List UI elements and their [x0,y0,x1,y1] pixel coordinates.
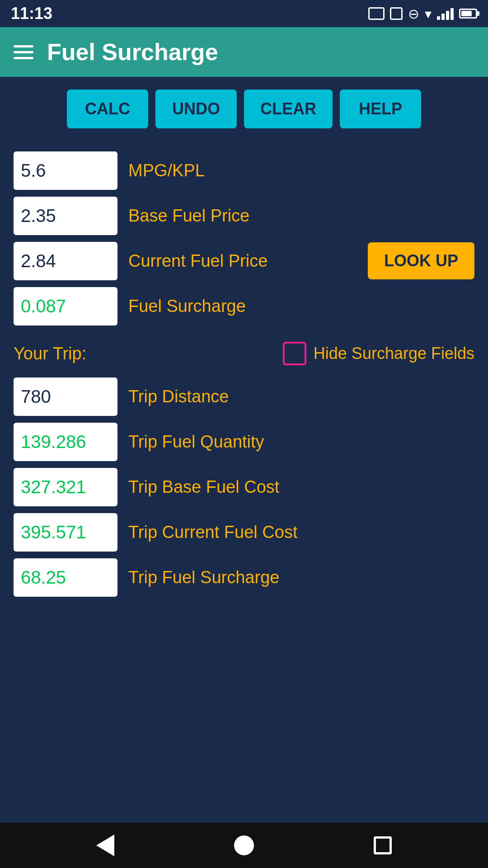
trip-distance-row: Trip Distance [14,376,474,417]
trip-fuel-surcharge-row: Trip Fuel Surcharge [14,557,474,598]
do-not-disturb-icon: ⊖ [408,6,419,22]
hide-surcharge-row: Hide Surcharge Fields [97,342,474,365]
app-title: Fuel Surcharge [47,38,218,66]
home-button[interactable] [234,835,254,855]
clear-button[interactable]: CLEAR [244,90,333,128]
trip-current-fuel-cost-row: Trip Current Fuel Cost [14,512,474,552]
trip-fuel-quantity-label: Trip Fuel Quantity [128,432,474,452]
back-button[interactable] [96,835,114,856]
notification-icon [368,7,385,20]
calc-button[interactable]: CALC [67,90,148,128]
status-bar: 11:13 ⊖ ▾ [0,0,488,27]
wifi-icon: ▾ [425,6,432,22]
current-fuel-price-input[interactable] [14,242,117,280]
base-fuel-price-label: Base Fuel Price [128,206,474,226]
fuel-surcharge-row: Fuel Surcharge [14,286,474,326]
hamburger-line-1 [14,45,33,47]
main-content: MPG/KPL Base Fuel Price Current Fuel Pri… [0,141,488,823]
recents-button[interactable] [374,836,392,854]
trip-base-fuel-cost-input[interactable] [14,468,117,506]
current-fuel-price-row: Current Fuel Price LOOK UP [14,241,474,281]
base-fuel-price-row: Base Fuel Price [14,195,474,236]
trip-fuel-quantity-row: Trip Fuel Quantity [14,421,474,462]
recents-icon [374,836,392,854]
menu-button[interactable] [14,45,33,59]
undo-button[interactable]: UNDO [155,90,237,128]
trip-distance-label: Trip Distance [128,387,474,406]
lookup-button[interactable]: LOOK UP [368,242,474,279]
hamburger-line-3 [14,57,33,59]
help-button[interactable]: HELP [340,90,421,128]
status-icons: ⊖ ▾ [368,6,477,22]
trip-fuel-surcharge-label: Trip Fuel Surcharge [128,568,474,587]
trip-base-fuel-cost-label: Trip Base Fuel Cost [128,477,474,497]
nav-bar [0,823,488,868]
trip-base-fuel-cost-row: Trip Base Fuel Cost [14,467,474,507]
base-fuel-price-input[interactable] [14,197,117,235]
hamburger-line-2 [14,51,33,53]
your-trip-section: Your Trip: Hide Surcharge Fields [14,335,474,372]
app-bar: Fuel Surcharge [0,27,488,77]
hide-surcharge-checkbox[interactable] [283,342,306,365]
toolbar: CALC UNDO CLEAR HELP [0,77,488,141]
trip-current-fuel-cost-input[interactable] [14,513,117,552]
current-fuel-price-label: Current Fuel Price [128,251,357,271]
fuel-surcharge-label: Fuel Surcharge [128,297,474,316]
trip-fuel-surcharge-input[interactable] [14,558,117,597]
your-trip-label: Your Trip: [14,344,86,363]
status-time: 11:13 [11,4,52,23]
mpg-kpl-row: MPG/KPL [14,150,474,191]
status-icon-2 [390,7,403,20]
hide-surcharge-label: Hide Surcharge Fields [314,344,474,363]
back-icon [96,835,114,856]
trip-current-fuel-cost-label: Trip Current Fuel Cost [128,523,474,542]
mpg-kpl-label: MPG/KPL [128,161,474,180]
battery-icon [459,9,477,19]
fuel-surcharge-input[interactable] [14,287,117,326]
trip-fuel-quantity-input[interactable] [14,423,117,461]
signal-icon [437,7,454,20]
trip-distance-input[interactable] [14,377,117,416]
home-icon [234,835,254,855]
mpg-kpl-input[interactable] [14,151,117,190]
